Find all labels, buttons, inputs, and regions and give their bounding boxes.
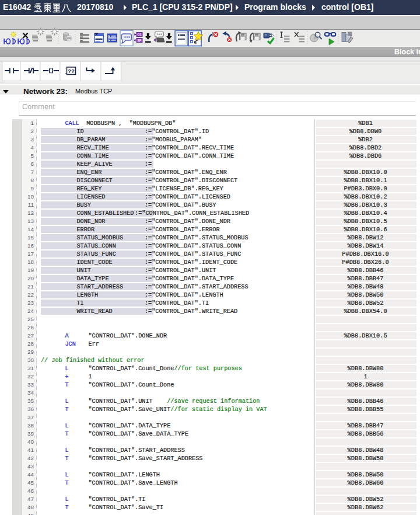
svg-text:??: ?? <box>68 68 75 74</box>
svg-text:01: 01 <box>138 33 142 36</box>
